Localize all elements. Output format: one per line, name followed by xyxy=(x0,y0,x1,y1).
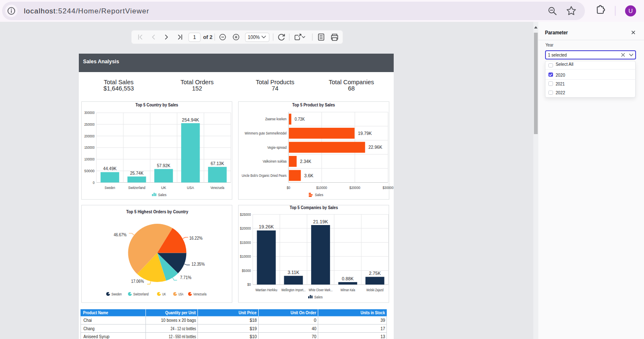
svg-text:7.71%: 7.71% xyxy=(180,275,191,280)
svg-text:Uncle Bob's Organic Dried Pear: Uncle Bob's Organic Dried Pears xyxy=(242,173,286,177)
svg-text:$25000: $25000 xyxy=(240,212,251,217)
svg-text:Aniseed Syrup: Aniseed Syrup xyxy=(83,334,109,339)
svg-text:Valkoinen suklaa: Valkoinen suklaa xyxy=(262,159,287,163)
svg-text:200000: 200000 xyxy=(84,134,95,138)
svg-text:Wimmers gute Semmelknödel: Wimmers gute Semmelknödel xyxy=(244,131,286,135)
svg-text:Wilman Kala: Wilman Kala xyxy=(340,288,356,292)
svg-text:2022: 2022 xyxy=(556,90,565,95)
svg-text:Top 5 Companies by Sales: Top 5 Companies by Sales xyxy=(290,205,338,210)
svg-text:100000: 100000 xyxy=(84,157,95,161)
svg-text:Vegie-spread: Vegie-spread xyxy=(267,145,286,149)
svg-text:44.49K: 44.49K xyxy=(103,166,117,171)
svg-text:Sweden: Sweden xyxy=(104,186,115,190)
svg-text:25.74K: 25.74K xyxy=(130,170,143,175)
svg-text:46.67%: 46.67% xyxy=(114,232,127,237)
svg-text:UK: UK xyxy=(162,292,166,296)
svg-text:Switzerland: Switzerland xyxy=(128,186,145,190)
svg-text:$0: $0 xyxy=(247,282,251,287)
svg-text:Venezuela: Venezuela xyxy=(193,292,207,296)
svg-text:$10000: $10000 xyxy=(240,254,251,259)
svg-text:Zaanse koeken: Zaanse koeken xyxy=(265,117,286,121)
svg-text:2021: 2021 xyxy=(556,81,565,86)
svg-text:Unit Price: Unit Price xyxy=(239,310,257,315)
svg-text:$19: $19 xyxy=(250,326,257,331)
svg-text:$15000: $15000 xyxy=(240,241,251,245)
svg-text:0: 0 xyxy=(314,318,317,323)
svg-text:22.96K: 22.96K xyxy=(368,145,382,150)
svg-text:Product Name: Product Name xyxy=(83,310,108,315)
svg-text:Top 5 Product by Sales: Top 5 Product by Sales xyxy=(292,102,335,107)
svg-text:Top 5 Country by Sales: Top 5 Country by Sales xyxy=(135,102,178,107)
svg-text:$20000: $20000 xyxy=(240,226,251,230)
svg-text:Quantity per Unit: Quantity per Unit xyxy=(165,310,196,315)
svg-text:16.22%: 16.22% xyxy=(189,235,203,241)
svg-text:21.19K: 21.19K xyxy=(313,219,328,224)
svg-text:254.94K: 254.94K xyxy=(182,117,199,122)
svg-text:U: U xyxy=(628,8,633,14)
svg-text:$10: $10 xyxy=(250,334,257,339)
svg-text:Units in Stock: Units in Stock xyxy=(361,310,385,315)
svg-text:Sales: Sales xyxy=(315,192,323,197)
svg-text:Sweden: Sweden xyxy=(111,292,122,296)
svg-text:17.06%: 17.06% xyxy=(131,279,144,284)
svg-text:Wolski Zajazd: Wolski Zajazd xyxy=(366,288,384,292)
svg-text:50000: 50000 xyxy=(84,168,95,173)
svg-text:40: 40 xyxy=(312,326,317,331)
svg-text:2020: 2020 xyxy=(556,72,565,78)
svg-text:17: 17 xyxy=(381,326,385,331)
svg-text:150000: 150000 xyxy=(84,145,95,150)
svg-text:USA: USA xyxy=(187,186,194,190)
svg-text:2.75K: 2.75K xyxy=(369,271,381,276)
svg-text:250000: 250000 xyxy=(84,122,95,126)
svg-text:UK: UK xyxy=(161,186,166,190)
svg-text:13: 13 xyxy=(381,334,385,339)
svg-text:0: 0 xyxy=(93,180,94,184)
svg-text:2.34K: 2.34K xyxy=(300,158,311,163)
svg-text:$30000: $30000 xyxy=(382,186,393,190)
svg-text:Parameter: Parameter xyxy=(545,29,568,36)
svg-text:67.13K: 67.13K xyxy=(210,160,224,166)
svg-text:100%: 100% xyxy=(248,34,260,40)
svg-text:39: 39 xyxy=(381,318,385,323)
svg-text:$10000: $10000 xyxy=(316,186,327,190)
svg-text:1 selected: 1 selected xyxy=(548,52,567,57)
svg-text:of 2: of 2 xyxy=(203,34,212,40)
svg-text:70: 70 xyxy=(312,334,317,339)
svg-text:300000: 300000 xyxy=(84,111,95,115)
svg-text:$0: $0 xyxy=(286,186,290,190)
svg-text:Wellington Import...: Wellington Import... xyxy=(281,288,306,292)
svg-text:3.11K: 3.11K xyxy=(288,270,299,275)
svg-text:Top 5 Highest Orders by Countr: Top 5 Highest Orders by Country xyxy=(126,209,189,214)
svg-text:Chang: Chang xyxy=(83,326,95,331)
svg-text:1: 1 xyxy=(193,34,196,40)
svg-text:0.73K: 0.73K xyxy=(294,116,304,122)
svg-text:12.35%: 12.35% xyxy=(191,261,205,267)
svg-text:$20000: $20000 xyxy=(349,186,360,190)
svg-text:Switzerland: Switzerland xyxy=(133,292,148,296)
svg-text:Sales: Sales xyxy=(158,192,166,197)
svg-text:White Clover Mark...: White Clover Mark... xyxy=(309,288,332,292)
svg-text:$18: $18 xyxy=(250,318,257,323)
svg-text:Venezuela: Venezuela xyxy=(210,186,224,190)
svg-text:3.6K: 3.6K xyxy=(304,173,313,178)
svg-text:Select All: Select All xyxy=(556,62,573,67)
svg-text:Unit On Order: Unit On Order xyxy=(291,310,317,315)
svg-text:0.88K: 0.88K xyxy=(342,276,353,281)
svg-text:$5000: $5000 xyxy=(242,269,251,273)
svg-text:Wartian Herkku: Wartian Herkku xyxy=(255,288,277,292)
svg-text:Year: Year xyxy=(545,42,553,47)
svg-text:Sales: Sales xyxy=(314,295,323,299)
svg-text:57.92K: 57.92K xyxy=(157,163,170,168)
svg-text:24 - 12 oz bottles: 24 - 12 oz bottles xyxy=(171,326,196,331)
svg-text:12 - 550 ml bottles: 12 - 550 ml bottles xyxy=(169,334,196,339)
svg-text:10 boxes x 20 bags: 10 boxes x 20 bags xyxy=(161,318,196,323)
svg-text:USA: USA xyxy=(178,292,183,296)
svg-text:19.26K: 19.26K xyxy=(259,224,274,229)
svg-text:19.79K: 19.79K xyxy=(358,130,371,135)
svg-text:Chai: Chai xyxy=(83,318,92,323)
